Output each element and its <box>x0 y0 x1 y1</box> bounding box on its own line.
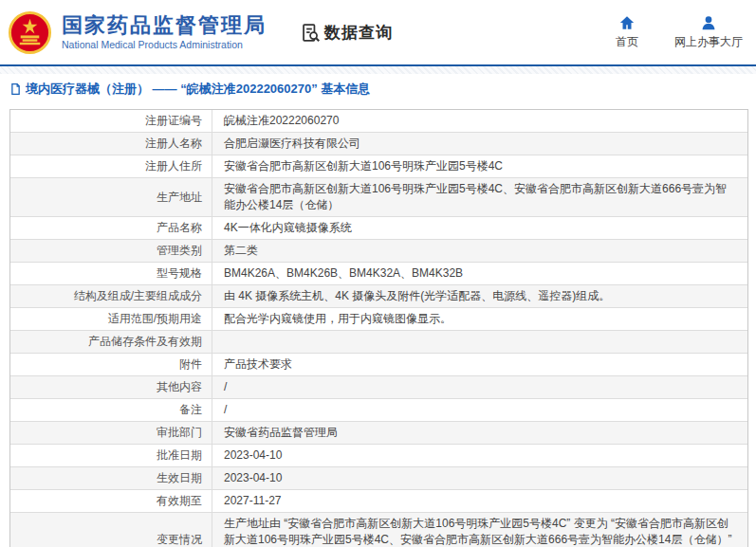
row-label: 批准日期 <box>10 445 212 466</box>
row-label-text: 注册证编号 <box>145 113 202 129</box>
row-value: 2023-04-10 <box>212 445 747 466</box>
row-value: 安徽省药品监督管理局 <box>212 422 747 444</box>
row-value: / <box>212 376 747 398</box>
table-row: 注册证编号皖械注准20222060270 <box>10 110 747 132</box>
org-subtitle: National Medical Products Administration <box>62 39 267 50</box>
row-label: 型号规格 <box>10 263 212 284</box>
row-label-text: 其他内容 <box>157 379 202 395</box>
row-label: 附件 <box>10 354 212 375</box>
table-row: 管理类别第二类 <box>10 239 747 262</box>
row-label-text: 审批部门 <box>157 425 202 441</box>
table-row: 生效日期2023-04-10 <box>10 466 747 489</box>
row-value: 2027-11-27 <box>212 490 747 512</box>
row-value: 产品技术要求 <box>212 354 747 375</box>
row-value: 4K一体化内窥镜摄像系统 <box>212 217 747 239</box>
row-value: 皖械注准20222060270 <box>212 110 747 132</box>
row-label: 适用范围/预期用途 <box>10 308 212 330</box>
table-row: 其他内容/ <box>10 375 747 398</box>
row-label: 生效日期 <box>10 467 212 489</box>
row-label: 管理类别 <box>10 240 212 262</box>
user-icon <box>700 14 717 31</box>
nav-online-hall[interactable]: 网上办事大厅 <box>674 14 743 50</box>
row-value: 由 4K 摄像系统主机、4K 摄像头及附件(光学适配器、电源线、遥控器)组成。 <box>212 285 747 307</box>
row-label: 备注 <box>10 399 212 421</box>
stripe-band <box>0 66 756 74</box>
row-label-text: 生产地址 <box>157 190 202 206</box>
home-icon <box>618 14 636 31</box>
row-label: 审批部门 <box>10 422 212 444</box>
row-label: 有效期至 <box>10 490 212 512</box>
row-label-text: 注册人住所 <box>145 158 202 174</box>
row-value: 生产地址由 “安徽省合肥市高新区创新大道106号明珠产业园5号楼4C” 变更为 … <box>212 513 747 547</box>
row-label: 产品名称 <box>10 217 212 239</box>
row-label-text: 变更情况 <box>157 532 202 547</box>
row-label: 产品储存条件及有效期 <box>10 331 212 353</box>
org-text: 国家药品监督管理局 National Medical Products Admi… <box>62 14 267 50</box>
row-value: 配合光学内窥镜使用，用于内窥镜图像显示。 <box>212 308 747 330</box>
nav-home-label: 首页 <box>616 34 638 50</box>
row-value <box>212 331 747 353</box>
row-value: 第二类 <box>212 240 747 262</box>
row-value: 合肥启灏医疗科技有限公司 <box>212 133 747 155</box>
row-label-text: 型号规格 <box>157 265 202 282</box>
row-label-text: 生效日期 <box>157 470 202 486</box>
row-label-text: 有效期至 <box>157 493 202 509</box>
row-label-text: 注册人名称 <box>145 136 202 152</box>
row-label-text: 产品储存条件及有效期 <box>88 334 202 350</box>
row-label-text: 附件 <box>179 356 202 373</box>
row-value: 安徽省合肥市高新区创新大道106号明珠产业园5号楼4C <box>212 155 747 177</box>
row-label: 注册人住所 <box>10 155 212 177</box>
breadcrumb-text: 境内医疗器械（注册） —— “皖械注准20222060270” 基本信息 <box>26 81 370 98</box>
table-row: 适用范围/预期用途配合光学内窥镜使用，用于内窥镜图像显示。 <box>10 307 747 330</box>
row-label-text: 管理类别 <box>157 243 202 259</box>
row-label: 注册证编号 <box>10 110 212 132</box>
row-value: 2023-04-10 <box>212 467 747 489</box>
row-value: / <box>212 399 747 421</box>
row-label: 结构及组成/主要组成成分 <box>10 285 212 307</box>
breadcrumb: 境内医疗器械（注册） —— “皖械注准20222060270” 基本信息 <box>0 74 756 103</box>
row-label-text: 批准日期 <box>157 447 202 464</box>
row-value: 安徽省合肥市高新区创新大道106号明珠产业园5号楼4C、安徽省合肥市高新区创新大… <box>212 178 747 216</box>
table-row: 产品储存条件及有效期 <box>10 330 747 353</box>
table-row: 有效期至2027-11-27 <box>10 489 747 512</box>
nav-home[interactable]: 首页 <box>616 14 638 50</box>
row-label: 变更情况 <box>10 513 212 547</box>
table-row: 备注/ <box>10 398 747 421</box>
national-emblem-icon <box>8 10 52 55</box>
table-row: 生产地址安徽省合肥市高新区创新大道106号明珠产业园5号楼4C、安徽省合肥市高新… <box>10 177 747 216</box>
data-query-tab[interactable]: 数据查询 <box>301 22 393 44</box>
org-title: 国家药品监督管理局 <box>62 14 267 37</box>
table-row: 型号规格BM4K26A、BM4K26B、BM4K32A、BM4K32B <box>10 262 747 284</box>
nmpa-logo[interactable]: 国家药品监督管理局 National Medical Products Admi… <box>8 10 267 55</box>
page-icon <box>9 82 22 96</box>
table-row: 批准日期2023-04-10 <box>10 444 747 466</box>
table-row: 变更情况生产地址由 “安徽省合肥市高新区创新大道106号明珠产业园5号楼4C” … <box>10 512 747 547</box>
document-search-icon <box>301 23 321 43</box>
row-label-text: 结构及组成/主要组成成分 <box>74 288 202 304</box>
row-label-text: 产品名称 <box>157 220 202 236</box>
table-row: 结构及组成/主要组成成分由 4K 摄像系统主机、4K 摄像头及附件(光学适配器、… <box>10 284 747 307</box>
row-label: 其他内容 <box>10 376 212 398</box>
table-row: 附件产品技术要求 <box>10 353 747 375</box>
table-row: 注册人名称合肥启灏医疗科技有限公司 <box>10 132 747 155</box>
table-row: 产品名称4K一体化内窥镜摄像系统 <box>10 216 747 239</box>
row-label: 注册人名称 <box>10 133 212 155</box>
table-row: 注册人住所安徽省合肥市高新区创新大道106号明珠产业园5号楼4C <box>10 155 747 177</box>
nav-online-hall-label: 网上办事大厅 <box>674 34 743 50</box>
info-table: 注册证编号皖械注准20222060270注册人名称合肥启灏医疗科技有限公司注册人… <box>9 109 748 547</box>
header: 国家药品监督管理局 National Medical Products Admi… <box>0 0 756 64</box>
row-value: BM4K26A、BM4K26B、BM4K32A、BM4K32B <box>212 263 747 284</box>
row-label-text: 备注 <box>179 402 202 418</box>
table-row: 审批部门安徽省药品监督管理局 <box>10 421 747 444</box>
row-label-text: 适用范围/预期用途 <box>108 311 202 327</box>
data-query-label: 数据查询 <box>324 22 393 44</box>
row-label: 生产地址 <box>10 178 212 216</box>
